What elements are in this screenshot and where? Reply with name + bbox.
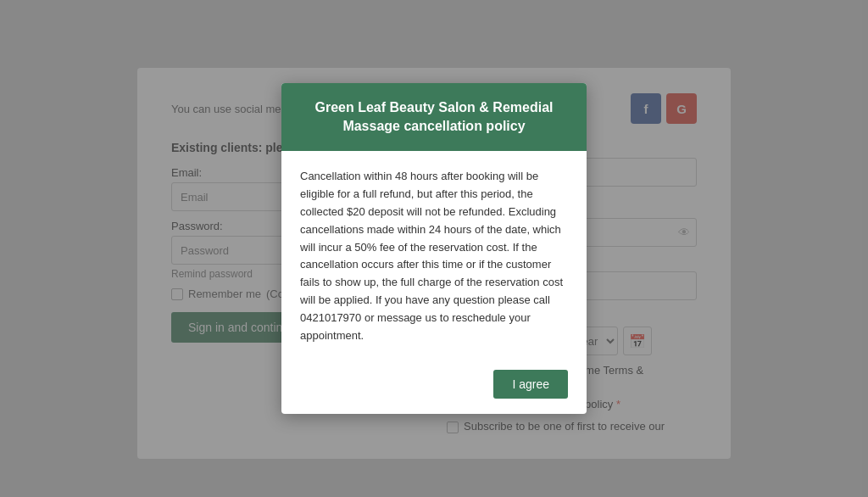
cancellation-modal: Green Leaf Beauty Salon & Remedial Massa…	[281, 83, 587, 415]
modal-body-text: Cancellation within 48 hours after booki…	[300, 168, 568, 344]
modal-footer: I agree	[281, 361, 587, 414]
modal-body: Cancellation within 48 hours after booki…	[281, 151, 587, 361]
agree-button[interactable]: I agree	[493, 370, 568, 399]
modal-overlay: Green Leaf Beauty Salon & Remedial Massa…	[0, 0, 868, 497]
modal-header: Green Leaf Beauty Salon & Remedial Massa…	[281, 83, 587, 152]
modal-title: Green Leaf Beauty Salon & Remedial Massa…	[298, 98, 570, 137]
